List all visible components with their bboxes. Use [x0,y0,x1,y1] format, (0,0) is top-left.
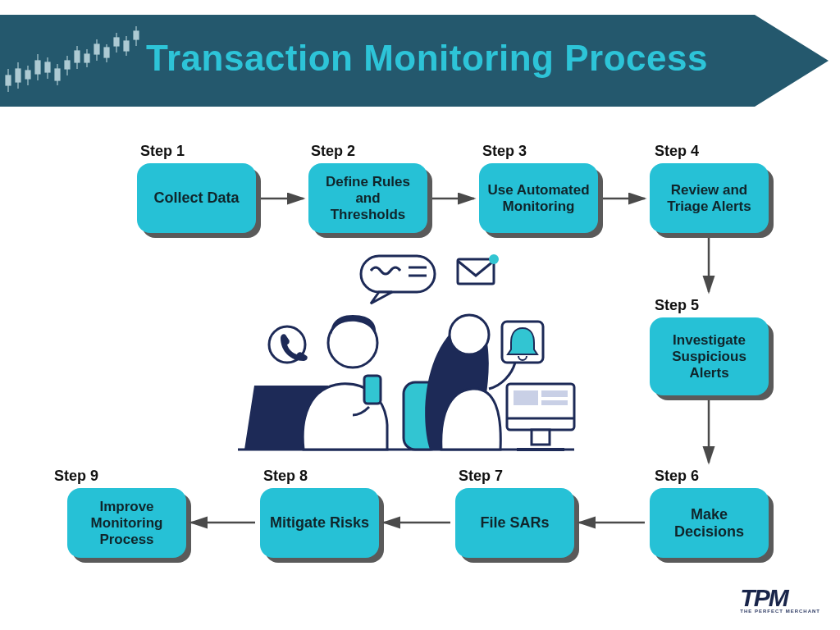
svg-rect-44 [458,259,494,284]
svg-rect-12 [55,69,60,80]
svg-rect-6 [25,71,30,79]
step-9-text: Improve Monitoring Process [75,499,178,548]
person-male-icon [303,315,387,450]
step-6-label: Step 6 [655,468,699,485]
svg-rect-51 [541,400,568,405]
step-1-box: Collect Data [137,163,256,233]
envelope-icon [458,254,499,284]
candlestick-decoration-icon [2,21,145,100]
step-2-box: Define Rules and Thresholds [308,163,427,233]
svg-rect-26 [124,41,129,51]
svg-rect-49 [514,390,538,405]
step-3-box: Use Automated Monitoring [479,163,598,233]
svg-rect-41 [361,256,435,292]
bell-icon [502,322,543,363]
step-6-text: Make Decisions [658,506,760,541]
svg-rect-20 [94,44,99,54]
step-4-label: Step 4 [655,143,699,160]
step-7-text: File SARs [480,514,549,532]
svg-rect-22 [104,48,109,57]
step-5-label: Step 5 [655,297,699,314]
svg-rect-10 [45,62,50,72]
step-5-box: Investigate Suspicious Alerts [650,317,769,395]
step-3-text: Use Automated Monitoring [487,182,590,215]
step-1-text: Collect Data [153,189,239,207]
step-1-label: Step 1 [140,143,185,160]
step-4-text: Review and Triage Alerts [658,182,760,215]
svg-point-46 [450,315,489,354]
step-4-box: Review and Triage Alerts [650,163,769,233]
step-8-box: Mitigate Risks [260,488,379,558]
logo-subtext: THE PERFECT MERCHANT [740,609,820,614]
svg-point-45 [489,254,499,264]
step-7-label: Step 7 [459,468,503,485]
svg-rect-14 [65,61,70,69]
svg-rect-24 [114,38,119,46]
svg-rect-16 [75,51,80,62]
svg-rect-28 [134,31,139,39]
desktop-icon [507,384,574,450]
step-9-label: Step 9 [54,468,98,485]
step-7-box: File SARs [455,488,574,558]
phone-icon [269,326,308,363]
svg-rect-39 [364,376,381,404]
svg-rect-4 [16,69,21,82]
people-communication-illustration [230,246,582,459]
step-2-label: Step 2 [311,143,355,160]
step-5-text: Investigate Suspicious Alerts [658,332,760,381]
svg-rect-50 [541,390,568,397]
chat-bubble-icon [361,256,435,304]
step-9-box: Improve Monitoring Process [67,488,186,558]
step-8-text: Mitigate Risks [270,514,369,532]
step-3-label: Step 3 [482,143,527,160]
step-6-box: Make Decisions [650,488,769,558]
svg-rect-18 [84,54,89,62]
logo-text: TPM [740,584,787,611]
step-8-label: Step 8 [263,468,308,485]
svg-rect-2 [6,75,11,85]
svg-rect-8 [35,61,40,74]
svg-rect-53 [532,430,550,445]
page-title: Transaction Monitoring Process [146,38,708,79]
step-2-text: Define Rules and Thresholds [317,174,419,223]
brand-logo: TPM THE PERFECT MERCHANT [740,584,820,614]
header-banner: Transaction Monitoring Process [0,15,840,107]
